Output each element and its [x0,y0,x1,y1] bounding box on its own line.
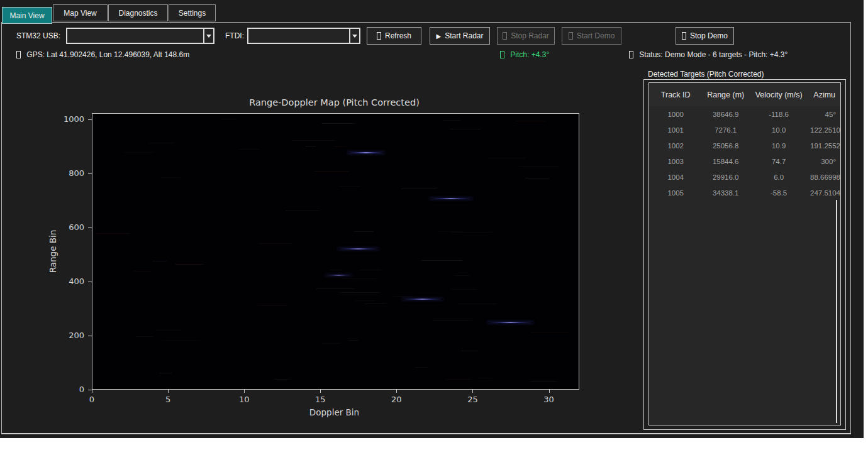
x-tick-label: 20 [384,395,409,404]
table-cell: 1003 [649,153,702,169]
table-row[interactable]: 100038646.9-118.645° [649,106,840,122]
table-cell: -58.5 [749,185,808,200]
noise-speck [519,167,559,167]
noise-speck [442,120,460,121]
noise-speck [340,186,360,187]
stop-demo-button[interactable]: Stop Demo [676,27,734,45]
column-header[interactable]: Track ID [649,83,702,106]
demo-icon [569,32,573,40]
table-row[interactable]: 100534338.1-58.5247.5104 [649,185,840,200]
y-tick-mark [88,228,92,228]
tab-label: Settings [179,9,206,18]
noise-speck [531,332,569,332]
dropdown-arrow-icon[interactable] [349,29,359,43]
range-doppler-plot[interactable] [92,113,579,390]
table-cell: 25056.8 [702,138,749,153]
noise-speck [259,243,291,244]
y-tick-label: 800 [39,168,84,178]
noise-speck [238,149,260,150]
noise-speck [134,271,152,272]
noise-speck [477,378,492,378]
x-tick-label: 30 [537,395,562,404]
refresh-button[interactable]: Refresh [367,27,421,45]
noise-speck [321,123,356,124]
targets-panel-title: Detected Targets (Pitch Corrected) [648,70,764,79]
demo-status: Status: Demo Mode - 6 targets - Pitch: +… [629,50,787,59]
noise-speck [157,330,181,331]
noise-speck [401,189,437,189]
stop-icon [503,32,507,40]
ftdi-combobox[interactable] [247,28,360,44]
pitch-indicator: Pitch: +4.3° [500,50,549,59]
noise-speck [525,178,549,178]
status-text: Status: Demo Mode - 6 targets - Pitch: +… [639,50,787,59]
column-header[interactable]: Velocity (m/s) [749,83,808,106]
stop-radar-button[interactable]: Stop Radar [497,27,555,45]
tab-main-view[interactable]: Main View [2,7,52,24]
table-cell: 1000 [649,106,702,122]
stm32-usb-combobox[interactable] [66,28,214,44]
target-streak [430,198,472,199]
noise-speck [329,270,343,270]
button-label: Stop Radar [511,31,549,40]
table-cell: 45° [808,106,840,122]
tab-label: Diagnostics [118,9,157,18]
start-radar-button[interactable]: ▶ Start Radar [430,27,490,45]
y-axis-label: Range Bin [48,230,58,273]
noise-speck [286,211,319,211]
target-streak [402,299,443,300]
noise-speck [175,264,203,265]
stop-icon [682,32,686,40]
y-tick-mark [88,390,92,390]
tab-settings[interactable]: Settings [169,4,216,21]
noise-speck [348,340,359,341]
play-icon: ▶ [436,33,441,40]
table-row[interactable]: 100225056.810.9191.2552 [649,138,840,153]
x-tick-mark [92,390,92,393]
table-scrollbar[interactable] [836,200,837,423]
table-cell: 1004 [649,169,702,185]
tab-map-view[interactable]: Map View [53,4,108,21]
table-row[interactable]: 100429916.06.088.66998 [649,169,840,185]
x-tick-mark [168,390,169,393]
start-demo-button[interactable]: Start Demo [562,27,621,45]
noise-speck [257,305,287,305]
x-tick-label: 15 [308,395,333,404]
dropdown-arrow-icon[interactable] [203,29,213,43]
table-cell: 1005 [649,185,702,200]
table-cell: 15844.6 [702,153,749,169]
y-tick-label: 1000 [39,114,84,124]
ftdi-value[interactable] [248,29,349,43]
noise-speck [96,233,130,234]
noise-speck [326,276,344,277]
noise-speck [333,146,347,146]
noise-speck [461,351,478,351]
table-header-row: Track IDRange (m)Velocity (m/s)Azimu [649,83,840,106]
button-label: Refresh [385,31,411,40]
noise-speck [291,140,335,141]
noise-speck [274,379,291,380]
noise-speck [446,379,471,380]
noise-speck [305,146,315,146]
table-cell: 10.9 [749,138,808,153]
table-row[interactable]: 10017276.110.0122.2510 [649,122,840,138]
noise-speck [393,296,413,297]
noise-speck [415,367,427,368]
status-icon [629,51,633,58]
stm32-usb-label: STM32 USB: [16,31,60,40]
tab-diagnostics[interactable]: Diagnostics [108,4,168,21]
x-tick-mark [549,390,550,393]
table-row[interactable]: 100315844.674.7300° [649,153,840,169]
noise-speck [432,320,472,321]
noise-speck [530,381,557,381]
x-tick-mark [244,390,245,393]
noise-speck [340,292,381,293]
column-header[interactable]: Range (m) [702,83,749,106]
targets-table[interactable]: Track IDRange (m)Velocity (m/s)Azimu1000… [648,82,841,425]
noise-speck [135,336,153,337]
app-window: Main View Map View Diagnostics Settings … [0,0,864,438]
column-header[interactable]: Azimu [808,83,840,106]
table-cell: 122.2510 [808,122,840,138]
stm32-usb-value[interactable] [67,29,203,43]
noise-speck [452,289,476,290]
